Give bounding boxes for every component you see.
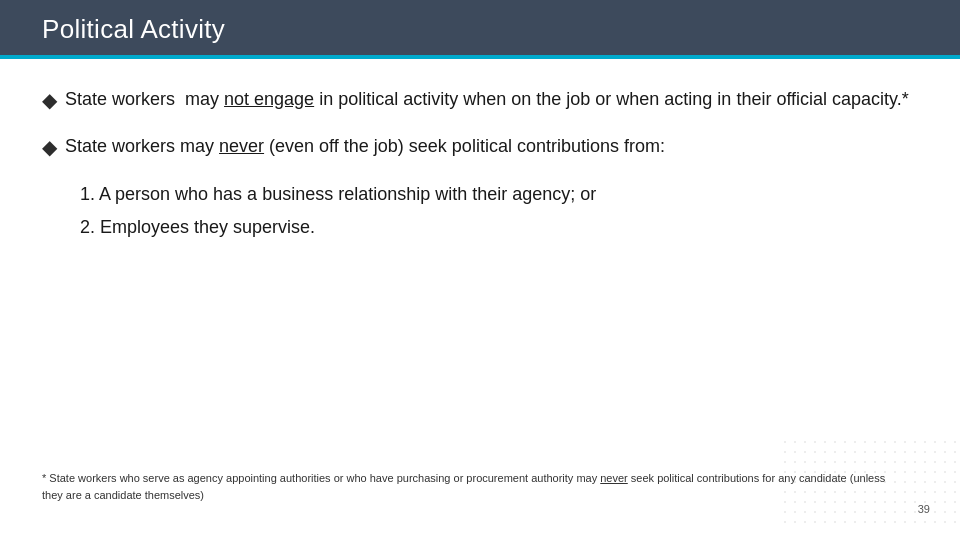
footnote: * State workers who serve as agency appo… (42, 470, 900, 503)
list-item-1: 1. A person who has a business relations… (80, 181, 918, 208)
bullet-item-1: ◆ State workers may not engage in politi… (42, 87, 918, 112)
slide-content: ◆ State workers may not engage in politi… (0, 59, 960, 527)
page-title: Political Activity (42, 14, 225, 44)
footnote-underline-never: never (600, 472, 628, 484)
diamond-icon-1: ◆ (42, 88, 57, 112)
list-item-2: 2. Employees they supervise. (80, 214, 918, 241)
underline-not-engage: not engage (224, 89, 314, 109)
bullet-text-2: State workers may never (even off the jo… (65, 134, 665, 159)
numbered-list: 1. A person who has a business relations… (80, 181, 918, 241)
bullet-item-2: ◆ State workers may never (even off the … (42, 134, 918, 159)
underline-never: never (219, 136, 264, 156)
decorative-dots (780, 437, 960, 527)
slide-header: Political Activity (0, 0, 960, 59)
bullet-text-1: State workers may not engage in politica… (65, 87, 909, 112)
diamond-icon-2: ◆ (42, 135, 57, 159)
